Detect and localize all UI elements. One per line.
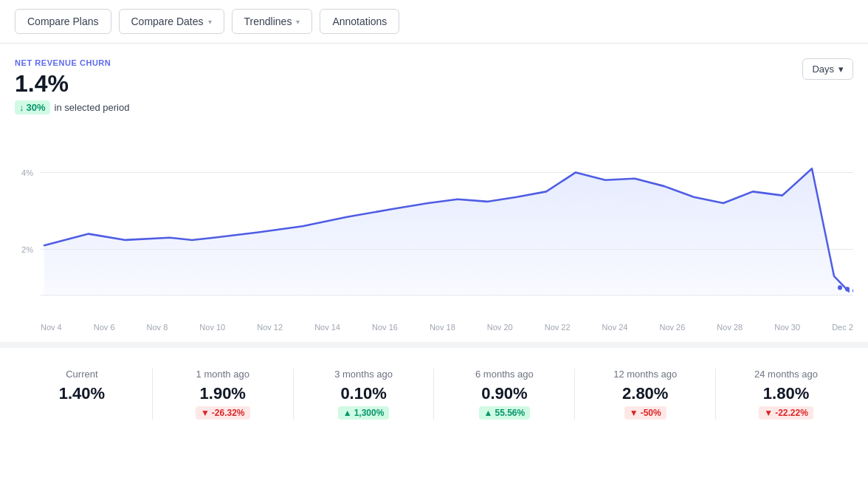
x-label: Nov 6	[94, 323, 115, 332]
x-label: Nov 18	[430, 323, 455, 332]
stat-period: 3 months ago	[334, 369, 393, 380]
stat-value: 0.10%	[340, 384, 386, 403]
chevron-down-icon: ▾	[208, 18, 212, 26]
x-label: Nov 30	[774, 323, 800, 332]
stat-6months: 6 months ago 0.90% ▲ 55.56%	[437, 369, 571, 420]
chevron-down-icon: ▾	[838, 64, 844, 75]
stat-badge: ▲ 55.56%	[479, 406, 531, 420]
stat-badge: ▼ -22.22%	[759, 406, 813, 420]
metric-label: NET REVENUE CHURN	[15, 58, 129, 67]
stat-period: Current	[66, 369, 97, 380]
toolbar: Compare Plans Compare Dates ▾ Trendlines…	[0, 0, 868, 44]
stat-badge: ▼ -50%	[624, 406, 666, 420]
trendlines-label: Trendlines	[244, 16, 292, 27]
stats-row: Current 1.40% 1 month ago 1.90% ▼ -26.32…	[0, 348, 868, 437]
stat-divider	[433, 369, 434, 420]
svg-text:4%: 4%	[21, 168, 33, 177]
chart-section: NET REVENUE CHURN 1.4% ↓ 30% in selected…	[0, 44, 868, 339]
stat-period: 24 months ago	[754, 369, 818, 380]
trendlines-button[interactable]: Trendlines ▾	[232, 9, 313, 34]
stat-period: 6 months ago	[475, 369, 534, 380]
x-label: Nov 4	[41, 323, 62, 332]
stat-divider	[293, 369, 294, 420]
stat-divider	[574, 369, 575, 420]
metric-info: NET REVENUE CHURN 1.4% ↓ 30% in selected…	[15, 58, 129, 123]
change-badge: ↓ 30%	[15, 100, 50, 114]
compare-plans-label: Compare Plans	[27, 16, 99, 27]
x-label: Nov 14	[314, 323, 340, 332]
metric-value: 1.4%	[15, 70, 129, 97]
x-label: Nov 10	[199, 323, 225, 332]
days-select[interactable]: Days ▾	[802, 58, 853, 80]
line-chart: 4% 2%	[15, 126, 853, 318]
stat-current: Current 1.40%	[15, 369, 149, 420]
x-label: Nov 24	[602, 323, 628, 332]
stat-value: 2.80%	[622, 384, 668, 403]
arrow-down-icon: ▼	[201, 408, 210, 418]
metric-change: ↓ 30% in selected period	[15, 100, 129, 114]
stat-value: 1.80%	[763, 384, 809, 403]
compare-dates-button[interactable]: Compare Dates ▾	[119, 9, 224, 34]
x-label: Nov 16	[372, 323, 398, 332]
annotations-label: Annotations	[332, 16, 387, 27]
change-pct: 30%	[27, 102, 46, 113]
x-label: Nov 26	[659, 323, 685, 332]
x-label: Nov 20	[487, 323, 513, 332]
stat-divider	[152, 369, 153, 420]
stat-value: 1.40%	[59, 384, 105, 403]
stat-badge: ▲ 1,300%	[338, 406, 390, 420]
x-label: Nov 22	[545, 323, 571, 332]
stat-badge: ▼ -26.32%	[196, 406, 250, 420]
svg-point-5	[838, 285, 842, 290]
stat-24months: 24 months ago 1.80% ▼ -22.22%	[719, 369, 853, 420]
x-label: Nov 12	[257, 323, 283, 332]
annotations-button[interactable]: Annotations	[320, 9, 399, 34]
arrow-down-icon: ↓	[19, 102, 24, 113]
stat-period: 1 month ago	[196, 369, 249, 380]
change-text: in selected period	[55, 102, 130, 113]
stat-divider	[715, 369, 716, 420]
arrow-down-icon: ▼	[764, 408, 773, 418]
compare-dates-label: Compare Dates	[131, 16, 204, 27]
svg-point-7	[852, 288, 853, 292]
section-divider	[0, 342, 868, 348]
stat-3months: 3 months ago 0.10% ▲ 1,300%	[297, 369, 431, 420]
stat-value: 1.90%	[200, 384, 246, 403]
arrow-down-icon: ▼	[630, 408, 638, 418]
stat-12months: 12 months ago 2.80% ▼ -50%	[578, 369, 712, 420]
x-label: Nov 28	[717, 323, 743, 332]
x-label: Dec 2	[832, 323, 853, 332]
stat-1month: 1 month ago 1.90% ▼ -26.32%	[156, 369, 290, 420]
compare-plans-button[interactable]: Compare Plans	[15, 9, 111, 34]
x-axis: Nov 4 Nov 6 Nov 8 Nov 10 Nov 12 Nov 14 N…	[15, 318, 853, 339]
arrow-up-icon: ▲	[484, 408, 493, 418]
stat-value: 0.90%	[481, 384, 527, 403]
chart-header: NET REVENUE CHURN 1.4% ↓ 30% in selected…	[15, 58, 853, 123]
days-label: Days	[812, 64, 834, 75]
chart-area: 4% 2%	[15, 126, 853, 318]
svg-point-6	[845, 287, 850, 291]
stat-period: 12 months ago	[613, 369, 677, 380]
svg-text:2%: 2%	[21, 244, 33, 253]
arrow-up-icon: ▲	[343, 408, 352, 418]
chevron-down-icon: ▾	[296, 18, 300, 26]
x-label: Nov 8	[147, 323, 168, 332]
